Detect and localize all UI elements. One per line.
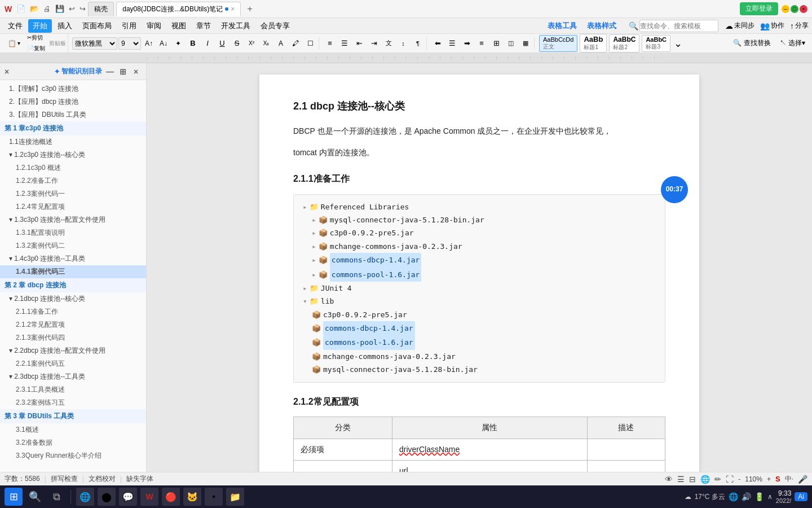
share-label[interactable]: 分享 xyxy=(795,21,809,30)
list-view-icon[interactable]: ☰ xyxy=(677,475,685,484)
align-right-button[interactable]: ➡ xyxy=(460,37,474,50)
undo-icon[interactable]: ↩ xyxy=(69,5,75,13)
redo-icon[interactable]: ↪ xyxy=(80,5,86,13)
new-icon[interactable]: 📄 xyxy=(16,5,25,13)
save-icon[interactable]: 💾 xyxy=(55,5,64,13)
line-spacing-button[interactable]: ↕ xyxy=(396,37,410,50)
clear-format-button[interactable]: ✦ xyxy=(171,37,185,50)
align-justify-button[interactable]: ≡ xyxy=(475,37,488,50)
sidebar-item-4[interactable]: ▾ 1.2c3p0 连接池--核心类 xyxy=(0,148,146,161)
sidebar-item-19[interactable]: 2.2.1案例代码五 xyxy=(0,357,146,370)
taskbar-browser-btn[interactable]: 🌐 xyxy=(76,488,94,506)
sidebar-item-7[interactable]: 1.2.3案例代码一 xyxy=(0,187,146,200)
taskbar-chrome-btn[interactable]: ⬤ xyxy=(98,488,116,506)
collab-label[interactable]: 协作 xyxy=(771,21,784,30)
search-taskbar-button[interactable]: 🔍 xyxy=(26,488,44,506)
sync-label[interactable]: 未同步 xyxy=(734,21,754,30)
find-replace-button[interactable]: 🔍 查找替换 xyxy=(730,37,774,49)
more-styles-button[interactable]: ⌄ xyxy=(673,36,683,51)
side-view-icon[interactable]: ⊟ xyxy=(689,475,696,484)
menu-table-style[interactable]: 表格样式 xyxy=(582,19,621,33)
col-layout-button[interactable]: ⊞ xyxy=(489,37,503,50)
chinese-format-button[interactable]: 文 xyxy=(382,37,395,50)
sidebar-item-12[interactable]: ▾ 1.4c3p0 连接池--工具类 xyxy=(0,252,146,265)
sidebar-item-18[interactable]: ▾ 2.2dbcp 连接池--配置文件使用 xyxy=(0,344,146,357)
volume-icon[interactable]: 🔊 xyxy=(742,492,751,501)
menu-vip[interactable]: 会员专享 xyxy=(256,19,294,33)
minimize-button[interactable]: ─ xyxy=(782,5,789,13)
superscript-button[interactable]: X² xyxy=(245,37,258,50)
sidebar-item-23[interactable]: 3.1概述 xyxy=(0,423,146,436)
sidebar-item-0[interactable]: 1.【理解】c3p0 连接池 xyxy=(0,82,146,95)
numbered-list-button[interactable]: ☰ xyxy=(338,37,351,50)
sidebar-item-2[interactable]: 3.【应用】DBUtils 工具类 xyxy=(0,108,146,121)
sidebar-item-17[interactable]: 2.1.3案例代码四 xyxy=(0,331,146,344)
style-h3[interactable]: AaBbC 标题3 xyxy=(642,35,670,52)
copy-button[interactable]: 📄复制 xyxy=(24,43,48,53)
taskbar-weixin-btn[interactable]: 💬 xyxy=(119,488,137,506)
tab-document[interactable]: day08(JDBC连接...&DBUtils)笔记 × xyxy=(116,2,241,16)
taskbar-terminal-btn[interactable]: ▪ xyxy=(205,488,223,506)
maximize-button[interactable]: □ xyxy=(791,5,798,13)
border2-button[interactable]: ▦ xyxy=(519,37,532,50)
ime-label[interactable]: 中· xyxy=(785,474,793,484)
font-decrease-button[interactable]: A↓ xyxy=(157,37,170,50)
sidebar-item-5[interactable]: 1.2.1c3p0 概述 xyxy=(0,161,146,174)
sidebar-item-16[interactable]: 2.1.2常见配置项 xyxy=(0,318,146,331)
font-name-select[interactable]: 微软雅黑 xyxy=(72,37,117,50)
menu-table-tools[interactable]: 表格工具 xyxy=(543,19,581,33)
sidebar-close2-btn[interactable]: × xyxy=(130,66,142,77)
italic-button[interactable]: I xyxy=(201,37,214,50)
highlight-button[interactable]: 🖍 xyxy=(289,37,302,50)
font-size-select[interactable]: 9 xyxy=(118,37,141,50)
taskbar-wps-btn[interactable]: W xyxy=(140,488,158,506)
menu-file[interactable]: 文件 xyxy=(3,19,27,33)
sidebar-collapse-btn[interactable]: — xyxy=(104,66,116,77)
search-input[interactable] xyxy=(639,20,718,32)
start-button[interactable]: ⊞ xyxy=(5,488,23,506)
menu-home[interactable]: 开始 xyxy=(28,19,52,33)
align-left-button[interactable]: ⬅ xyxy=(431,37,444,50)
font-increase-button[interactable]: A↑ xyxy=(142,37,156,50)
menu-ref[interactable]: 引用 xyxy=(117,19,141,33)
paste-button[interactable]: 📋▾ xyxy=(5,38,23,49)
taskbar-git-btn[interactable]: 🐱 xyxy=(183,488,201,506)
font-color-button[interactable]: A xyxy=(274,37,288,50)
doc-check-btn[interactable]: 文档校对 xyxy=(89,474,116,484)
underline-button[interactable]: U xyxy=(215,37,229,50)
web-view-icon[interactable]: 🌐 xyxy=(700,475,710,484)
sidebar-item-9[interactable]: ▾ 1.3c3p0 连接池--配置文件使用 xyxy=(0,213,146,226)
ai-label[interactable]: Ai xyxy=(795,492,807,501)
sidebar-item-3[interactable]: 1.1连接池概述 xyxy=(0,135,146,148)
sidebar-item-25[interactable]: 3.3Query Runner核心半介绍 xyxy=(0,449,146,462)
sidebar-layout-btn[interactable]: ⊞ xyxy=(117,66,129,77)
tab-draft[interactable]: 稿壳 xyxy=(88,2,114,16)
strikethrough-button[interactable]: S xyxy=(230,37,244,50)
edit-icon[interactable]: ✏ xyxy=(714,475,721,484)
document-scroll[interactable]: 00:37 2.1 dbcp 连接池--核心类 DBCP 也是一个开源的连接池，… xyxy=(147,63,812,472)
bullet-list-button[interactable]: ≡ xyxy=(323,37,337,50)
sidebar-item-6[interactable]: 1.2.2准备工作 xyxy=(0,174,146,187)
cut-button[interactable]: ✂剪切 xyxy=(24,34,48,43)
menu-chapter[interactable]: 章节 xyxy=(192,19,215,33)
shading-button[interactable]: ◫ xyxy=(504,37,518,50)
border-button[interactable]: ☐ xyxy=(303,37,317,50)
paragraph-button[interactable]: ¶ xyxy=(411,37,425,50)
sidebar-item-11[interactable]: 1.3.2案例代码二 xyxy=(0,239,146,252)
select-button[interactable]: ↖ 选择▾ xyxy=(776,37,809,49)
open-icon[interactable]: 📂 xyxy=(30,5,39,13)
taskbar-folder-btn[interactable]: 📁 xyxy=(226,488,244,506)
menu-layout[interactable]: 页面布局 xyxy=(78,19,116,33)
sidebar-item-21[interactable]: 2.3.1工具类概述 xyxy=(0,383,146,396)
mic-icon[interactable]: 🎤 xyxy=(798,475,807,484)
indent-increase-button[interactable]: ⇥ xyxy=(367,37,381,50)
sidebar-item-8[interactable]: 1.2.4常见配置项 xyxy=(0,200,146,213)
menu-view[interactable]: 视图 xyxy=(167,19,191,33)
align-center-button[interactable]: ☰ xyxy=(445,37,459,50)
timer-badge[interactable]: 00:37 xyxy=(661,176,688,203)
login-button[interactable]: 立即登录 xyxy=(740,2,778,15)
menu-insert[interactable]: 插入 xyxy=(53,19,77,33)
zoom-in-btn[interactable]: + xyxy=(767,475,771,483)
sidebar-item-1[interactable]: 2.【应用】dbcp 连接池 xyxy=(0,95,146,108)
sidebar-item-22[interactable]: 2.3.2案例练习五 xyxy=(0,396,146,409)
